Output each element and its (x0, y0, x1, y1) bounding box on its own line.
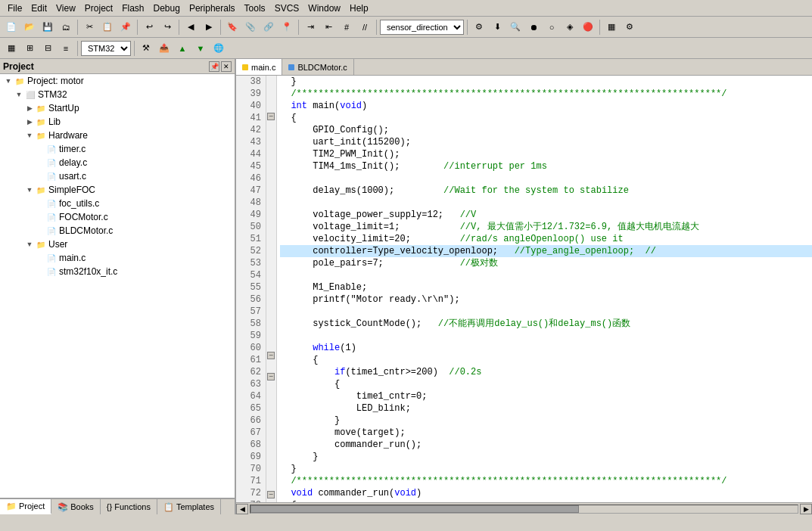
tree-usart[interactable]: ▶ 📄 usart.c (0, 169, 235, 183)
redo-btn[interactable]: ↪ (159, 19, 176, 36)
tree-bldcmotor[interactable]: ▶ 📄 BLDCMotor.c (0, 224, 235, 238)
tab-functions-label: Functions (114, 502, 151, 511)
bookmark-btn[interactable]: 🔖 (224, 19, 241, 36)
h-scrollbar[interactable]: ◀ ▶ (236, 502, 812, 514)
fold-marker[interactable]: − (267, 352, 275, 359)
scroll-left-btn[interactable]: ◀ (236, 504, 248, 514)
t17[interactable]: ▼ (192, 40, 209, 57)
tree-delay[interactable]: ▶ 📄 delay.c (0, 156, 235, 169)
tab-functions[interactable]: {} Functions (101, 499, 157, 514)
fold-marker[interactable]: − (267, 373, 275, 380)
tree-main[interactable]: ▶ 📄 main.c (0, 251, 235, 265)
tree-startup-expand[interactable]: ▶ (24, 103, 35, 113)
tree-focmotor[interactable]: ▶ 📄 FOCMotor.c (0, 210, 235, 224)
t13[interactable]: ≡ (58, 40, 74, 57)
tree-stm32[interactable]: ▼ ⬜ STM32 (0, 88, 235, 101)
nav-back-btn[interactable]: ◀ (182, 19, 199, 36)
menu-debug[interactable]: Debug (149, 2, 185, 15)
tab-templates[interactable]: 📋 Templates (157, 499, 221, 514)
tree-focutils[interactable]: ▶ 📄 foc_utils.c (0, 197, 235, 210)
t8[interactable]: ▦ (603, 19, 620, 36)
tree-timer[interactable]: ▶ 📄 timer.c (0, 142, 235, 156)
menu-edit[interactable]: Edit (26, 2, 51, 15)
code-tab-main[interactable]: main.c (236, 59, 282, 75)
open-btn[interactable]: 📂 (21, 19, 38, 36)
t16[interactable]: ▲ (174, 40, 191, 57)
save-btn[interactable]: 💾 (39, 19, 56, 36)
line-number: 47 (236, 185, 266, 197)
code-tab-bldc[interactable]: BLDCMotor.c (282, 59, 353, 75)
menu-project[interactable]: Project (80, 2, 117, 15)
t6[interactable]: ◈ (562, 19, 578, 36)
bookmark3-btn[interactable]: 🔗 (260, 19, 277, 36)
target-dropdown[interactable]: sensor_direction (380, 20, 464, 35)
menu-file[interactable]: File (3, 2, 26, 15)
format-btn[interactable]: # (338, 19, 355, 36)
fold-marker[interactable]: − (267, 113, 275, 120)
tree-stm32it[interactable]: ▶ 📄 stm32f10x_it.c (0, 265, 235, 278)
t10[interactable]: ▦ (3, 40, 20, 57)
menu-help[interactable]: Help (345, 2, 373, 15)
sidebar-close-btn[interactable]: ✕ (221, 61, 232, 72)
menu-tools[interactable]: Tools (240, 2, 270, 15)
h-scroll-thumb[interactable] (250, 505, 579, 513)
save-all-btn[interactable]: 🗂 (58, 19, 74, 36)
h-scroll-track[interactable] (250, 505, 798, 514)
new-btn[interactable]: 📄 (3, 19, 20, 36)
line-number: 65 (236, 402, 266, 415)
t18[interactable]: 🌐 (210, 40, 227, 57)
t9[interactable]: ⚙ (621, 19, 638, 36)
tree-lib[interactable]: ▶ 📁 Lib (0, 115, 235, 129)
fold-marker[interactable]: − (267, 491, 275, 498)
t2[interactable]: ⬇ (489, 19, 506, 36)
t14[interactable]: ⚒ (138, 40, 154, 57)
t3[interactable]: 🔍 (507, 19, 524, 36)
indent-btn[interactable]: ⇥ (302, 19, 319, 36)
t1[interactable]: ⚙ (471, 19, 487, 36)
menu-peripherals[interactable]: Peripherals (185, 2, 240, 15)
tree-hardware-expand[interactable]: ▼ (24, 130, 35, 141)
tree-root[interactable]: ▼ 📁 Project: motor (0, 74, 235, 88)
menu-flash[interactable]: Flash (117, 2, 148, 15)
nav-fwd-btn[interactable]: ▶ (201, 19, 217, 36)
scroll-right-btn[interactable]: ▶ (800, 504, 812, 514)
tree-user-expand[interactable]: ▼ (24, 239, 35, 250)
main-layout: Project 📌 ✕ ▼ 📁 Project: motor ▼ ⬜ STM32 (0, 59, 812, 514)
sidebar-pin-btn[interactable]: 📌 (209, 61, 219, 72)
tree-simplefoc-expand[interactable]: ▼ (24, 185, 35, 195)
tree-startup[interactable]: ▶ 📁 StartUp (0, 101, 235, 115)
tree-user[interactable]: ▼ 📁 User (0, 238, 235, 251)
t15[interactable]: 📤 (156, 40, 173, 57)
paste-btn[interactable]: 📌 (117, 19, 134, 36)
bookmark2-btn[interactable]: 📎 (242, 19, 259, 36)
t11[interactable]: ⊞ (21, 40, 38, 57)
tree-timer-icon: 📄 (45, 143, 58, 155)
tree-lib-icon: 📁 (35, 116, 47, 128)
code-editor[interactable]: 3839404142434445464748495051525354555657… (236, 76, 812, 502)
bookmark4-btn[interactable]: 📍 (278, 19, 295, 36)
undo-btn[interactable]: ↩ (141, 19, 157, 36)
menu-window[interactable]: Window (303, 2, 345, 15)
tree-root-expand[interactable]: ▼ (3, 76, 14, 86)
code-line: int main(void) (280, 100, 812, 112)
tree-lib-expand[interactable]: ▶ (24, 116, 35, 127)
t5[interactable]: ○ (543, 19, 560, 36)
t7[interactable]: 🔴 (580, 19, 596, 36)
tree-hardware[interactable]: ▼ 📁 Hardware (0, 129, 235, 142)
t4[interactable]: ⏺ (525, 19, 542, 36)
tree-simplefoc[interactable]: ▼ 📁 SimpleFOC (0, 183, 235, 197)
tree-main-icon: 📄 (45, 252, 58, 264)
comment-btn[interactable]: // (356, 19, 373, 36)
tab-project[interactable]: 📁 Project (0, 499, 51, 514)
tab-books[interactable]: 📚 Books (51, 499, 101, 514)
code-content[interactable]: } /*************************************… (277, 76, 812, 502)
copy-btn[interactable]: 📋 (99, 19, 116, 36)
outdent-btn[interactable]: ⇤ (320, 19, 337, 36)
menu-svcs[interactable]: SVCS (270, 2, 304, 15)
menu-view[interactable]: View (51, 2, 80, 15)
device-dropdown[interactable]: STM32 (81, 41, 131, 56)
line-number: 70 (236, 463, 266, 475)
cut-btn[interactable]: ✂ (81, 19, 98, 36)
tree-stm32-expand[interactable]: ▼ (14, 89, 24, 100)
t12[interactable]: ⊟ (39, 40, 56, 57)
